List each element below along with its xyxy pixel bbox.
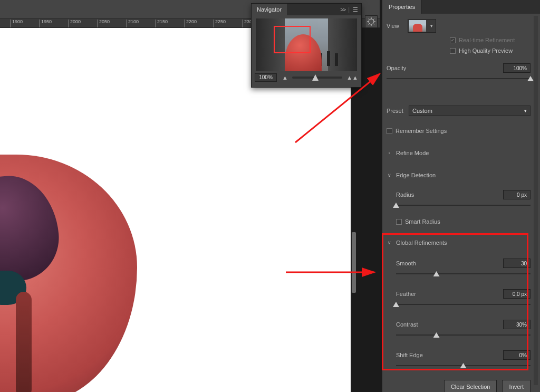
opacity-label: Opacity xyxy=(387,65,406,71)
feather-label: Feather xyxy=(396,291,416,297)
preset-value: Custom xyxy=(412,108,432,114)
navigator-menu-icon[interactable]: ☰ xyxy=(353,6,358,13)
navigator-divider: | xyxy=(348,6,350,13)
remember-settings-label: Remember Settings xyxy=(396,128,447,134)
smart-radius-checkbox[interactable] xyxy=(396,219,402,225)
subject-cutout xyxy=(0,7,211,392)
navigator-view-box[interactable] xyxy=(274,26,311,53)
global-refinements-label: Global Refinements xyxy=(396,240,447,246)
ruler-tick: 2300 xyxy=(243,20,243,28)
zoom-in-icon[interactable]: ▲▲ xyxy=(346,74,358,81)
ruler-tick: 2250 xyxy=(214,20,214,28)
radius-slider[interactable] xyxy=(396,203,531,208)
properties-tabbar: Properties xyxy=(382,0,540,14)
smooth-label: Smooth xyxy=(396,260,416,266)
navigator-zoom-input[interactable]: 100% xyxy=(255,73,277,82)
contrast-slider[interactable] xyxy=(396,332,531,338)
remember-settings-checkbox[interactable] xyxy=(387,128,392,134)
view-label: View xyxy=(387,23,408,29)
navigator-tab[interactable]: Navigator xyxy=(252,4,287,15)
zoom-out-icon[interactable]: ▲ xyxy=(282,74,288,81)
smart-radius-label: Smart Radius xyxy=(405,218,440,225)
smooth-input[interactable]: 30 xyxy=(503,259,531,268)
chevron-down-icon: ▾ xyxy=(524,108,527,113)
properties-tab[interactable]: Properties xyxy=(382,0,422,14)
clear-selection-button[interactable]: Clear Selection xyxy=(444,380,497,392)
contrast-label: Contrast xyxy=(396,321,418,328)
refine-mode-label: Refine Mode xyxy=(396,150,429,156)
opacity-input[interactable]: 100% xyxy=(503,63,531,73)
realtime-refinement-checkbox[interactable]: ✓ xyxy=(450,37,456,43)
navigator-tabbar: Navigator >> | ☰ xyxy=(252,4,361,15)
contrast-input[interactable]: 30% xyxy=(503,320,531,329)
high-quality-preview-label: High Quality Preview xyxy=(459,47,513,54)
svg-line-5 xyxy=(369,19,370,20)
svg-line-6 xyxy=(373,24,374,25)
feather-slider[interactable] xyxy=(396,302,531,307)
shift-edge-slider[interactable] xyxy=(396,363,531,368)
navigator-zoom-slider[interactable] xyxy=(292,77,342,79)
svg-line-7 xyxy=(373,19,374,20)
chevron-right-icon: › xyxy=(387,150,392,156)
preset-dropdown[interactable]: Custom ▾ xyxy=(409,106,531,116)
properties-panel: Properties View ▾ ✓ Real-time Refinement… xyxy=(382,0,540,392)
shift-edge-input[interactable]: 0% xyxy=(503,350,531,360)
edge-detection-label: Edge Detection xyxy=(396,172,436,178)
chevron-down-icon: ∨ xyxy=(387,240,392,245)
chevron-down-icon: ▾ xyxy=(427,23,436,28)
vertical-scrollbar[interactable] xyxy=(352,232,356,293)
high-quality-preview-checkbox[interactable] xyxy=(450,48,456,54)
realtime-refinement-label: Real-time Refinement xyxy=(459,37,515,43)
navigator-collapse-icon[interactable]: >> xyxy=(340,6,345,13)
preset-label: Preset xyxy=(387,108,409,114)
radius-label: Radius xyxy=(396,192,414,198)
properties-scrollbar[interactable] xyxy=(534,16,538,385)
global-refinements-section[interactable]: ∨ Global Refinements xyxy=(387,240,531,246)
navigator-preview[interactable] xyxy=(256,18,357,71)
feather-input[interactable]: 0.0 px xyxy=(503,289,531,299)
chevron-down-icon: ∨ xyxy=(387,173,392,178)
navigator-panel[interactable]: Navigator >> | ☰ 100% ▲ ▲▲ xyxy=(251,3,362,88)
select-and-mask-icon[interactable] xyxy=(365,15,378,28)
shift-edge-label: Shift Edge xyxy=(396,352,423,358)
view-mode-dropdown[interactable]: ▾ xyxy=(408,19,436,33)
edge-detection-section[interactable]: ∨ Edge Detection xyxy=(387,172,531,178)
radius-input[interactable]: 0 px xyxy=(503,190,531,199)
refine-mode-section[interactable]: › Refine Mode xyxy=(387,150,531,156)
opacity-slider[interactable] xyxy=(387,76,531,81)
smooth-slider[interactable] xyxy=(396,271,531,276)
invert-button[interactable]: Invert xyxy=(502,380,531,392)
view-thumbnail xyxy=(409,20,426,32)
svg-line-8 xyxy=(369,24,370,25)
